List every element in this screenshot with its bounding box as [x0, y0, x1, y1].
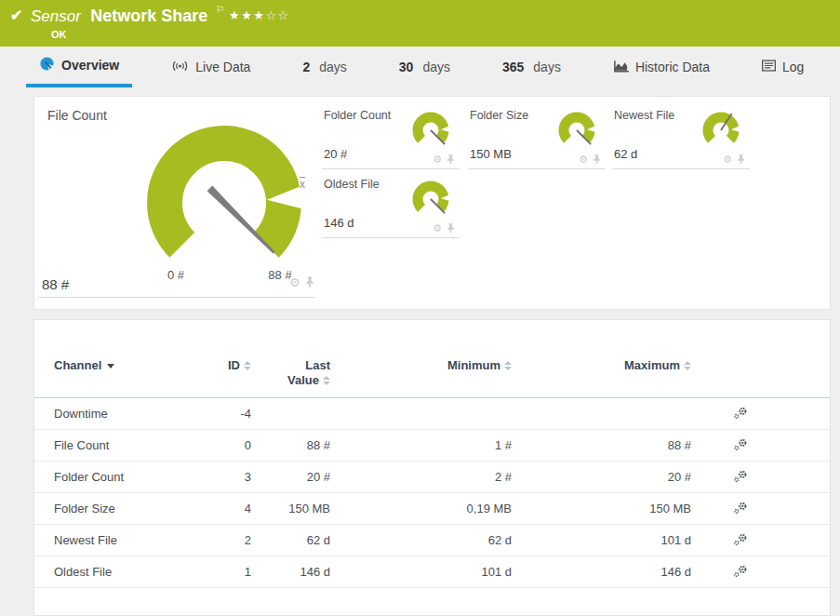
pin-icon[interactable]	[737, 154, 745, 165]
table-row: Newest File 2 62 d 62 d 101 d	[34, 525, 830, 556]
pin-icon[interactable]	[593, 154, 601, 165]
page-title: Network Share	[90, 7, 207, 25]
channel-maximum: 20 #	[512, 470, 691, 484]
channel-gear-icon[interactable]: ⚙	[579, 154, 588, 166]
log-icon	[762, 60, 776, 74]
column-header-minimum[interactable]: Minimum	[330, 358, 512, 372]
tab-bar: Overview Live Data 2 days 30 days 365 da…	[0, 47, 840, 91]
tab-number: 365	[502, 60, 524, 74]
channel-id: 0	[214, 438, 251, 452]
column-label: Value	[287, 373, 319, 388]
channel-settings-gears-icon[interactable]	[733, 565, 748, 578]
sensor-header: ✔ Sensor Network Share ⚐ ★★★☆☆ OK	[0, 0, 840, 47]
tab-live-data[interactable]: Live Data	[158, 47, 263, 87]
sort-desc-icon	[107, 364, 114, 368]
sort-icon	[244, 361, 251, 370]
primary-gauge-title: File Count	[47, 108, 107, 123]
small-gauge-value: 62 d	[614, 147, 637, 161]
channel-minimum: 101 d	[330, 565, 512, 579]
small-gauge-oldest-file: Oldest File 146 d ⚙	[322, 175, 460, 238]
pin-icon[interactable]	[447, 154, 455, 165]
tab-label: Overview	[61, 58, 119, 73]
area-chart-icon	[613, 60, 629, 75]
gauges-panel: File Count x 0 # 88 # 88 # ⚙ Folder Coun…	[33, 96, 831, 310]
gauge-icon	[39, 56, 55, 74]
folder-size-gauge[interactable]	[555, 109, 598, 152]
average-marker-label: x	[300, 178, 305, 191]
tab-overview[interactable]: Overview	[26, 47, 132, 87]
oldest-file-gauge[interactable]	[409, 178, 452, 221]
channel-settings-gears-icon[interactable]	[733, 502, 748, 515]
flag-icon[interactable]: ⚐	[216, 4, 225, 15]
column-label: Channel	[54, 358, 101, 372]
column-label: Minimum	[447, 358, 500, 372]
column-header-maximum[interactable]: Maximum	[512, 358, 691, 372]
column-header-id[interactable]: ID	[214, 358, 251, 372]
channel-gear-icon[interactable]: ⚙	[433, 154, 442, 166]
sort-icon	[684, 361, 691, 370]
divider	[38, 297, 315, 298]
channel-maximum: 101 d	[512, 533, 691, 547]
small-gauge-newest-file: Newest File 62 d ⚙	[612, 106, 750, 169]
table-row: File Count 0 88 # 1 # 88 #	[34, 430, 830, 462]
tab-label: Log	[782, 60, 804, 74]
channel-maximum: 146 d	[512, 565, 691, 579]
priority-stars[interactable]: ★★★☆☆	[229, 8, 290, 22]
small-gauge-value: 150 MB	[470, 147, 512, 161]
pin-icon[interactable]	[305, 276, 314, 288]
channel-last-value: 88 #	[251, 438, 330, 452]
sort-icon	[323, 376, 330, 385]
channel-name: Newest File	[34, 533, 214, 547]
channel-maximum: 150 MB	[512, 502, 691, 516]
channel-id: -4	[214, 407, 251, 421]
newest-file-gauge[interactable]	[700, 109, 742, 152]
channel-gear-icon[interactable]: ⚙	[433, 222, 442, 234]
stars-filled: ★★★	[229, 8, 265, 22]
status-badge: OK	[51, 29, 67, 40]
channel-name: Folder Size	[34, 502, 214, 516]
channel-settings-gears-icon[interactable]	[733, 407, 748, 420]
channel-minimum: 1 #	[330, 438, 512, 452]
column-header-channel[interactable]: Channel	[34, 358, 214, 372]
channel-settings-gears-icon[interactable]	[733, 438, 748, 451]
table-row: Oldest File 1 146 d 101 d 146 d	[34, 556, 830, 588]
channel-table-header: Channel ID Last Value Minimum Maximum	[34, 358, 830, 398]
tab-historic-data[interactable]: Historic Data	[600, 47, 723, 87]
small-gauge-value: 146 d	[324, 216, 354, 230]
tab-label: days	[319, 60, 347, 74]
channel-gear-icon[interactable]: ⚙	[289, 275, 300, 289]
small-gauge-folder-count: Folder Count 20 # ⚙	[322, 106, 460, 169]
small-gauge-folder-size: Folder Size 150 MB ⚙	[468, 106, 606, 169]
table-row: Downtime -4	[34, 398, 830, 430]
small-gauge-value: 20 #	[324, 147, 347, 161]
channel-id: 4	[214, 502, 251, 516]
channel-settings-gears-icon[interactable]	[733, 533, 748, 546]
tab-label: days	[533, 60, 561, 74]
channel-minimum: 0,19 MB	[330, 502, 512, 516]
primary-gauge[interactable]	[142, 121, 306, 285]
primary-gauge-value: 88 #	[42, 276, 69, 292]
channel-name: File Count	[34, 438, 214, 452]
sort-icon	[504, 361, 512, 370]
status-ok-check-icon: ✔	[10, 7, 22, 24]
tab-365-days[interactable]: 365 days	[489, 47, 574, 87]
pin-icon[interactable]	[447, 223, 455, 234]
column-header-last-value[interactable]: Last Value	[251, 358, 330, 389]
channel-last-value: 146 d	[251, 565, 330, 579]
channel-settings-gears-icon[interactable]	[733, 470, 748, 483]
channels-panel: Channel ID Last Value Minimum Maximum Do…	[33, 319, 831, 616]
channel-minimum: 62 d	[330, 533, 512, 547]
tab-30-days[interactable]: 30 days	[386, 47, 463, 87]
channel-id: 2	[214, 533, 251, 547]
object-kind-label: Sensor	[31, 7, 81, 25]
tab-number: 30	[399, 60, 414, 74]
channel-gear-icon[interactable]: ⚙	[723, 154, 732, 166]
channel-name: Folder Count	[34, 470, 214, 484]
tab-log[interactable]: Log	[749, 47, 817, 87]
table-row: Folder Size 4 150 MB 0,19 MB 150 MB	[34, 493, 830, 525]
tab-2-days[interactable]: 2 days	[289, 47, 359, 87]
table-row: Folder Count 3 20 # 2 # 20 #	[34, 462, 830, 493]
tab-label: days	[422, 60, 450, 74]
channel-maximum: 88 #	[512, 438, 691, 452]
folder-count-gauge[interactable]	[409, 109, 452, 152]
